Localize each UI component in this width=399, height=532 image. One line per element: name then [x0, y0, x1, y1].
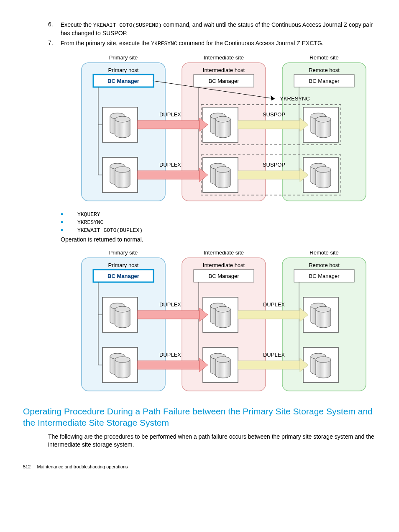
svg-text:BC Manager: BC Manager — [309, 78, 340, 84]
code: YKEWAIT GOTO(SUSPEND) — [93, 22, 162, 28]
diagram-ykresync: Primary site Intermediate site Remote si… — [77, 54, 376, 206]
svg-text:DUPLEX: DUPLEX — [159, 111, 181, 118]
step-6: 6. Execute the YKEWAIT GOTO(SUSPEND) com… — [48, 21, 376, 37]
svg-text:Primary site: Primary site — [109, 249, 138, 256]
step-text: From the primary site, execute the YKRES… — [61, 39, 376, 48]
bullet-icon: • — [61, 227, 77, 234]
step-num: 7. — [48, 39, 61, 48]
code: YKRESYNC — [151, 41, 177, 47]
svg-text:BC Manager: BC Manager — [209, 273, 240, 279]
step-text: Execute the YKEWAIT GOTO(SUSPEND) comman… — [61, 21, 376, 37]
svg-text:SUSPOP: SUSPOP — [263, 162, 285, 168]
svg-text:Remote site: Remote site — [309, 54, 338, 61]
svg-text:DUPLEX: DUPLEX — [159, 352, 181, 358]
svg-text:BC Manager: BC Manager — [209, 78, 240, 84]
bullet-item: • YKQUERY — [61, 211, 376, 218]
footer-title: Maintenance and troubleshooting operatio… — [37, 464, 128, 469]
svg-text:Intermediate host: Intermediate host — [203, 262, 245, 268]
bullet-icon: • — [61, 219, 77, 226]
svg-marker-19 — [271, 95, 275, 100]
page-number: 512 — [23, 464, 31, 469]
section-heading: Operating Procedure During a Path Failur… — [23, 406, 376, 429]
svg-rect-67 — [138, 311, 200, 319]
storage-box — [102, 157, 138, 193]
bullet-item: • YKRESYNC — [61, 219, 376, 226]
svg-text:Intermediate host: Intermediate host — [203, 67, 245, 73]
svg-rect-34 — [138, 171, 200, 179]
step-num: 6. — [48, 21, 61, 37]
svg-text:Primary site: Primary site — [109, 54, 138, 61]
bullet-icon: • — [61, 211, 77, 218]
svg-rect-70 — [138, 361, 200, 369]
diagram-normal: Primary site Intermediate site Remote si… — [77, 249, 376, 396]
intro-text: The following are the procedures to be p… — [48, 433, 376, 449]
svg-text:Remote host: Remote host — [309, 262, 340, 268]
ykresync-label: YKRESYNC — [280, 95, 310, 102]
svg-rect-73 — [238, 311, 300, 319]
bullet-list: • YKQUERY • YKRESYNC • YKEWAIT GOTO(DUPL… — [61, 211, 376, 234]
svg-text:Intermediate site: Intermediate site — [204, 249, 244, 256]
svg-text:SUSPOP: SUSPOP — [263, 111, 285, 118]
svg-text:Intermediate site: Intermediate site — [204, 54, 244, 61]
svg-text:Primary host: Primary host — [108, 67, 139, 73]
svg-text:BC Manager: BC Manager — [309, 273, 340, 279]
svg-rect-76 — [238, 361, 300, 369]
svg-text:DUPLEX: DUPLEX — [159, 162, 181, 168]
svg-rect-31 — [138, 121, 200, 129]
svg-rect-40 — [238, 171, 300, 179]
step-7: 7. From the primary site, execute the YK… — [48, 39, 376, 48]
svg-text:DUPLEX: DUPLEX — [263, 352, 285, 358]
svg-text:Remote site: Remote site — [309, 249, 338, 256]
svg-text:Primary host: Primary host — [108, 262, 139, 268]
svg-text:BC Manager: BC Manager — [107, 78, 139, 84]
svg-text:DUPLEX: DUPLEX — [159, 301, 181, 308]
svg-text:Remote host: Remote host — [309, 67, 340, 73]
svg-rect-37 — [238, 121, 300, 129]
page-footer: 512 Maintenance and troubleshooting oper… — [23, 464, 376, 469]
bullet-item: • YKEWAIT GOTO(DUPLEX) — [61, 227, 376, 234]
op-return-text: Operation is returned to normal. — [61, 236, 376, 243]
storage-box — [102, 107, 138, 142]
svg-text:BC Manager: BC Manager — [107, 273, 139, 279]
svg-text:DUPLEX: DUPLEX — [263, 301, 285, 308]
